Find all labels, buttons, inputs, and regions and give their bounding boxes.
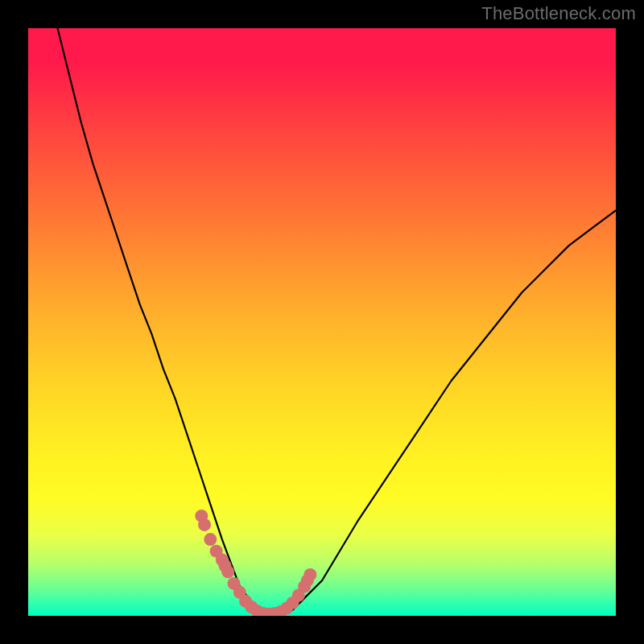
bottleneck-curve — [58, 28, 617, 616]
watermark-text: TheBottleneck.com — [481, 3, 636, 24]
marker-dot — [221, 565, 234, 578]
plot-area — [28, 28, 616, 616]
optimal-range-markers — [195, 510, 316, 616]
chart-frame: TheBottleneck.com — [0, 0, 644, 644]
marker-dot — [204, 533, 217, 546]
marker-dot — [198, 518, 211, 531]
marker-dot — [303, 568, 316, 581]
chart-svg — [28, 28, 616, 616]
